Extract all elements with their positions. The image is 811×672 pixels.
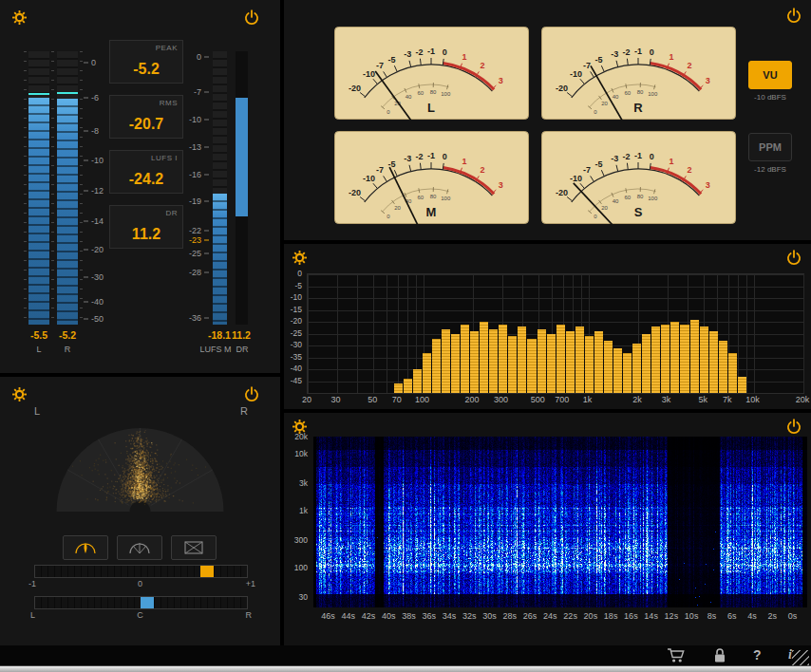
level-meter-panel: 0-6-8-10-12-14-20-30-40-50 PEAK -5.2 RMS…: [0, 0, 280, 373]
svg-text:3: 3: [499, 180, 503, 190]
x-axis-label: 30s: [482, 611, 497, 621]
spectrum-bar: [451, 334, 460, 394]
peak-value-box: PEAK -5.2: [109, 40, 183, 84]
x-axis-label: 32s: [462, 611, 477, 621]
scale-tick-label: -23: [189, 235, 201, 244]
spectrum-bar: [508, 336, 517, 393]
settings-gear-icon[interactable]: [292, 250, 309, 267]
gonio-mode-lines-button[interactable]: [117, 535, 162, 560]
spectrum-bar: [594, 331, 603, 393]
scale-tick-dash: [204, 230, 209, 231]
y-axis-label: 20k: [294, 432, 308, 441]
power-icon[interactable]: [785, 8, 802, 25]
x-axis-label: 22s: [563, 611, 577, 621]
spectrum-bar: [738, 377, 746, 394]
correlation-meter[interactable]: [34, 565, 248, 578]
main-db-scale: 0-6-8-10-12-14-20-30-40-50: [84, 51, 112, 325]
svg-text:-2: -2: [623, 47, 631, 57]
lissajous-mode-button[interactable]: [171, 535, 217, 560]
scale-tick-label: -14: [91, 216, 104, 225]
spectrum-bar: [499, 325, 507, 394]
spectrum-bar: [489, 329, 498, 394]
scale-tick-dash: [204, 56, 209, 57]
correlation-indicator: [200, 566, 214, 577]
scale-tick-label: -36: [189, 313, 201, 322]
svg-text:2: 2: [481, 165, 485, 175]
svg-text:-5: -5: [388, 159, 396, 169]
x-axis-label: 2s: [767, 611, 777, 621]
power-icon[interactable]: [243, 9, 260, 27]
scale-tick: -13: [177, 142, 209, 151]
svg-text:1: 1: [669, 157, 673, 166]
scale-tick-label: -28: [189, 269, 201, 277]
spectrum-bar: [518, 327, 526, 393]
settings-gear-icon[interactable]: [11, 9, 28, 27]
x-axis-label: 34s: [443, 611, 457, 621]
dr-label: DR: [228, 345, 256, 354]
lock-icon[interactable]: [712, 647, 727, 667]
help-icon[interactable]: ?: [753, 647, 762, 663]
scale-tick: -10: [177, 116, 209, 124]
svg-text:2: 2: [688, 165, 692, 175]
svg-text:-3: -3: [611, 154, 618, 163]
gonio-mode-blob-button[interactable]: [63, 535, 108, 560]
svg-text:-20: -20: [349, 84, 361, 93]
scale-tick-dash: [204, 317, 209, 318]
scale-tick-dash: [204, 272, 209, 273]
balance-indicator: [141, 597, 154, 608]
x-axis-label: 8s: [707, 611, 717, 621]
spectrum-bar: [642, 334, 651, 394]
svg-text:40: 40: [613, 94, 619, 100]
x-axis-label: 12s: [665, 611, 679, 621]
cart-icon[interactable]: [667, 647, 686, 667]
svg-text:3: 3: [706, 180, 710, 190]
x-axis-label: 0s: [788, 611, 798, 621]
dr-value-box: DR 11.2: [109, 205, 183, 249]
svg-text:1: 1: [462, 157, 466, 166]
scale-tick-label: -10: [91, 157, 104, 165]
power-icon[interactable]: [785, 419, 802, 436]
svg-text:1: 1: [669, 52, 673, 62]
spectrum-y-axis: 0-5-10-15-20-25-30-35-40-45: [284, 273, 304, 392]
ppm-mode-button[interactable]: PPM: [748, 133, 792, 161]
spectrum-bar: [566, 331, 575, 393]
plugin-window: 0-6-8-10-12-14-20-30-40-50 PEAK -5.2 RMS…: [0, 0, 811, 672]
scale-tick-dash: [84, 190, 88, 191]
svg-text:80: 80: [637, 89, 644, 95]
y-axis-label: 0: [297, 269, 302, 278]
svg-text:1: 1: [462, 52, 466, 62]
settings-gear-icon[interactable]: [11, 386, 28, 403]
svg-text:60: 60: [417, 195, 424, 200]
scale-tick-dash: [84, 97, 88, 98]
scale-tick-label: -6: [91, 93, 99, 102]
scale-tick-label: -25: [189, 250, 201, 258]
x-axis-label: 500: [531, 395, 545, 404]
gonio-lines-icon: [127, 540, 152, 555]
spectrum-bar: [670, 322, 679, 393]
spectrum-plot: [307, 273, 804, 394]
x-axis-label: 28s: [503, 611, 518, 621]
box-value: -20.7: [110, 116, 182, 133]
svg-text:-10: -10: [363, 69, 375, 79]
spectrum-bar: [442, 329, 450, 394]
level-meter-right: [57, 51, 78, 325]
scale-tick-dash: [84, 220, 88, 221]
spectrum-bar: [700, 327, 708, 393]
svg-text:-20: -20: [556, 84, 568, 93]
scale-tick: -10: [84, 157, 112, 165]
x-axis-label: 6s: [727, 611, 737, 621]
spectrum-bar: [728, 353, 737, 394]
power-icon[interactable]: [243, 386, 260, 403]
svg-text:0: 0: [650, 47, 654, 57]
scale-tick: -30: [84, 272, 112, 281]
x-axis-label: 7k: [723, 395, 732, 404]
y-axis-label: -25: [291, 328, 302, 338]
vu-mode-button[interactable]: VU: [748, 61, 792, 89]
lufs-value-box: LUFS I -24.2: [109, 150, 183, 194]
power-icon[interactable]: [785, 250, 802, 267]
svg-text:0: 0: [650, 152, 654, 161]
level-meter-left: [28, 51, 49, 325]
balance-meter[interactable]: [34, 596, 248, 609]
svg-text:-5: -5: [595, 159, 603, 169]
y-axis-label: -10: [291, 292, 302, 302]
